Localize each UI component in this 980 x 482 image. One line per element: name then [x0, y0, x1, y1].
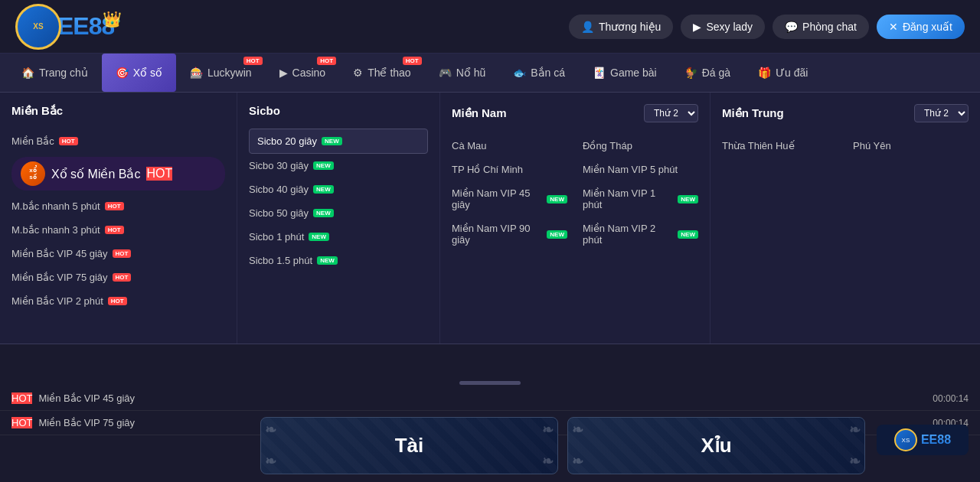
scroll-indicator: [459, 381, 521, 385]
nav-ban-ca[interactable]: 🐟 Bắn cá: [499, 54, 579, 92]
menu-mbac-3phut[interactable]: M.bắc nhanh 3 phút HOT: [11, 218, 225, 242]
menu-dong-thap[interactable]: Đồng Tháp: [583, 134, 698, 158]
sexy-lady-label: Sexy lady: [706, 21, 753, 33]
menu-mn-vip1phut[interactable]: Miền Nam VIP 1 phút NEW: [583, 181, 698, 217]
bottom-item-vip75-content: HOT Miền Bắc VIP 75 giây: [11, 417, 135, 428]
home-icon: 🏠: [21, 67, 34, 79]
header-actions: 👤 Thương hiệu ▶ Sexy lady 💬 Phòng chat ✕…: [569, 15, 965, 39]
menu-mbac-vip45[interactable]: Miền Bắc VIP 45 giây HOT: [11, 242, 225, 265]
xiu-ornament-br: ❧: [849, 453, 861, 470]
menu-mien-bac[interactable]: Miền Bắc HOT: [11, 129, 225, 153]
bottom-section: HOT Miền Bắc VIP 45 giây 00:00:14 HOT Mi…: [0, 386, 980, 482]
phu-yen-label: Phú Yên: [853, 140, 891, 151]
bottom-vip45-hot: HOT: [11, 392, 32, 404]
mbac-vip75-hot: HOT: [113, 273, 132, 282]
thethao-hot-badge: HOT: [403, 57, 422, 65]
mn-vip1phut-label: Miền Nam VIP 1 phút: [583, 187, 673, 210]
mien-nam-right: Đồng Tháp Miền Nam VIP 5 phút Miền Nam V…: [583, 134, 698, 252]
menu-sicbo-15phut[interactable]: Sicbo 1.5 phút NEW: [249, 249, 428, 272]
menu-mbac-vip75[interactable]: Miền Bắc VIP 75 giây HOT: [11, 265, 225, 289]
nav-uu-dai[interactable]: 🎁 Ưu đãi: [744, 54, 822, 92]
sicbo-1phut-label: Sicbo 1 phút: [249, 231, 304, 243]
nav-da-ga[interactable]: 🐓 Đá gà: [671, 54, 744, 92]
tai-label: Tài: [395, 434, 424, 458]
mn-vip2phut-label: Miền Nam VIP 2 phút: [583, 223, 673, 246]
menu-mn-vip5phut[interactable]: Miền Nam VIP 5 phút: [583, 158, 698, 181]
nav-no-hu[interactable]: 🎮 Nổ hũ: [425, 54, 500, 92]
menu-mn-vip2phut[interactable]: Miền Nam VIP 2 phút NEW: [583, 217, 698, 252]
mien-trung-col: Miền Trung Thứ 2 Thừa Thiên Huế Phú Yên: [710, 93, 980, 344]
mn-vip1phut-new: NEW: [678, 195, 698, 204]
nav-the-thao-label: Thể thao: [368, 67, 410, 79]
menu-sicbo-30[interactable]: Sicbo 30 giây NEW: [249, 154, 428, 177]
nav-ban-ca-label: Bắn cá: [531, 67, 565, 79]
menu-sicbo-50[interactable]: Sicbo 50 giây NEW: [249, 201, 428, 225]
sicbo-50-new: NEW: [313, 209, 334, 217]
mien-nam-left: Cà Mau TP Hồ Chí Minh Miền Nam VIP 45 gi…: [452, 134, 567, 252]
bottom-vip45-time: 00:00:14: [933, 393, 969, 404]
mbac-5phut-label: M.bắc nhanh 5 phút: [11, 200, 100, 212]
thuong-hieu-button[interactable]: 👤 Thương hiệu: [569, 15, 673, 39]
tphcm-label: TP Hồ Chí Minh: [452, 164, 523, 175]
nav-the-thao[interactable]: ⚙ Thể thao HOT: [339, 54, 424, 92]
nav-game-bai[interactable]: 🃏 Game bài: [579, 54, 671, 92]
ornament-br: ❧: [542, 453, 554, 470]
xoso-mienbac-hot: HOT: [146, 167, 172, 181]
nav-game-bai-label: Game bài: [610, 67, 657, 79]
menu-thua-thien-hue[interactable]: Thừa Thiên Huế: [722, 134, 838, 158]
menu-mbac-vip2phut[interactable]: Miền Bắc VIP 2 phút HOT: [11, 289, 225, 313]
dang-xuat-button[interactable]: ✕ Đăng xuất: [877, 15, 965, 39]
mien-nam-thu-select[interactable]: Thứ 2: [644, 104, 698, 122]
menu-sicbo-40[interactable]: Sicbo 40 giây NEW: [249, 177, 428, 201]
xiu-ornament-tr: ❧: [849, 422, 861, 438]
uudai-icon: 🎁: [758, 67, 771, 79]
nav-casino[interactable]: ▶ Casino HOT: [266, 54, 340, 92]
menu-tphcm[interactable]: TP Hồ Chí Minh: [452, 158, 567, 181]
menu-ca-mau[interactable]: Cà Mau: [452, 134, 567, 158]
luckywin-hot-badge: HOT: [243, 57, 263, 65]
sicbo-title: Sicbo: [249, 104, 280, 117]
bottom-vip75-hot: HOT: [11, 417, 32, 428]
sicbo-header: Sicbo: [249, 104, 428, 117]
menu-phu-yen[interactable]: Phú Yên: [853, 134, 969, 158]
ornament-tl: ❧: [265, 422, 276, 438]
luckywin-icon: 🎰: [190, 67, 203, 79]
nav-trang-chu[interactable]: 🏠 Trang chủ: [8, 54, 102, 92]
sicbo-20-label: Sicbo 20 giây: [257, 135, 317, 147]
mien-trung-header: Miền Trung Thứ 2: [722, 104, 969, 122]
tai-card[interactable]: ❧ ❧ ❧ ❧ Tài: [260, 417, 558, 474]
casino-icon: ▶: [279, 67, 288, 79]
mn-vip90-label: Miền Nam VIP 90 giây: [452, 223, 542, 246]
xoso-dropdown: Miền Bắc Miền Bắc HOT xổsố Xổ số Miền Bắ…: [0, 92, 980, 344]
phong-chat-button[interactable]: 💬 Phòng chat: [773, 15, 869, 39]
mien-bac-label: Miền Bắc: [11, 135, 54, 147]
xiu-card[interactable]: ❧ ❧ ❧ ❧ Xỉu: [567, 417, 865, 474]
nav-xo-so[interactable]: 🎯 Xổ số: [102, 54, 176, 92]
sicbo-50-label: Sicbo 50 giây: [249, 207, 309, 219]
menu-mn-vip90[interactable]: Miền Nam VIP 90 giây NEW: [452, 217, 567, 252]
mn-vip45-new: NEW: [547, 195, 567, 204]
menu-sicbo-1phut[interactable]: Sicbo 1 phút NEW: [249, 225, 428, 249]
mien-bac-header: Miền Bắc: [11, 104, 225, 118]
mien-trung-thu-select[interactable]: Thứ 2: [914, 104, 969, 122]
gamebai-icon: 🃏: [593, 67, 606, 79]
mien-bac-col: Miền Bắc Miền Bắc HOT xổsố Xổ số Miền Bắ…: [0, 93, 237, 344]
sicbo-30-new: NEW: [313, 161, 334, 170]
mbac-5phut-hot: HOT: [105, 202, 124, 210]
mbac-vip2phut-hot: HOT: [108, 297, 127, 305]
phong-chat-icon: 💬: [785, 21, 798, 33]
menu-sicbo-20[interactable]: Sicbo 20 giây NEW: [249, 129, 428, 154]
taixiu-area: ❧ ❧ ❧ ❧ Tài ❧ ❧ ❧ ❧ Xỉu: [256, 413, 869, 478]
sicbo-col: Sicbo Sicbo 20 giây NEW Sicbo 30 giây NE…: [237, 93, 440, 344]
xoso-icon-badge: xổsố: [21, 161, 45, 186]
ornament-bl: ❧: [265, 453, 276, 470]
menu-xoso-mien-bac[interactable]: xổsố Xổ số Miền Bắc HOT: [11, 157, 225, 191]
menu-mn-vip45[interactable]: Miền Nam VIP 45 giây NEW: [452, 181, 567, 217]
nav-luckywin[interactable]: 🎰 Luckywin HOT: [176, 54, 266, 92]
nav-xo-so-label: Xổ số: [133, 67, 162, 79]
nav-trang-chu-label: Trang chủ: [39, 67, 88, 79]
sexy-lady-button[interactable]: ▶ Sexy lady: [681, 15, 765, 39]
nav-luckywin-label: Luckywin: [207, 67, 252, 79]
menu-mbac-5phut[interactable]: M.bắc nhanh 5 phút HOT: [11, 194, 225, 218]
mn-vip5phut-label: Miền Nam VIP 5 phút: [583, 164, 678, 175]
